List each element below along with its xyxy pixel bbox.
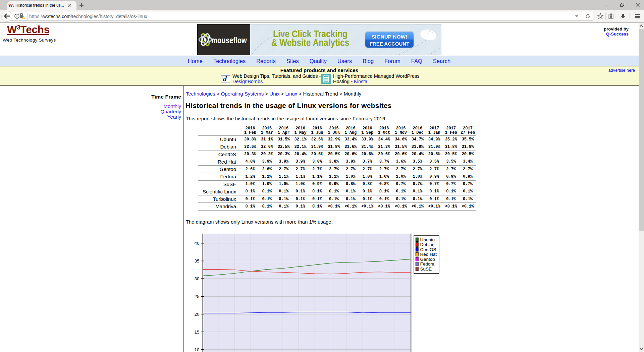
svg-text:CentOS: CentOS [420,247,436,252]
svg-text:40: 40 [194,241,199,246]
svg-text:25: 25 [194,294,199,299]
svg-text:30: 30 [194,276,199,281]
svg-text:Red Hat: Red Hat [420,252,437,257]
svg-text:Ubuntu: Ubuntu [420,237,435,242]
svg-text:Debian: Debian [420,242,435,247]
svg-text:SuSE: SuSE [420,267,432,272]
svg-text:Fedora: Fedora [420,261,435,267]
svg-text:15: 15 [194,330,199,335]
svg-text:10: 10 [194,347,199,352]
svg-text:35: 35 [194,258,199,263]
svg-text:Gentoo: Gentoo [420,257,435,262]
svg-text:20: 20 [194,312,199,317]
